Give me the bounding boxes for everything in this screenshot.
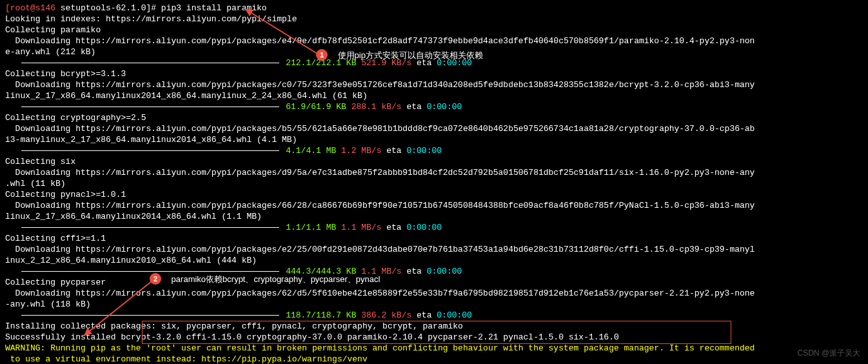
output-line: Downloading https://mirrors.aliyun.com/p… <box>5 200 863 211</box>
progress-line: 61.9/61.9 KB 288.1 kB/s eta 0:00:00 <box>5 101 863 112</box>
prompt-line: [root@s146 setuptools-62.1.0]# pip3 inst… <box>5 3 863 14</box>
output-line: inux_2_12_x86_64.manylinux2010_x86_64.wh… <box>5 255 863 266</box>
output-line: linux_2_17_x86_64.manylinux2014_x86_64.w… <box>5 211 863 222</box>
annotation-2-text: paramiko依赖bcrypt、cryptography、pycparser、… <box>172 274 380 285</box>
progress-line: 4.1/4.1 MB 1.2 MB/s eta 0:00:00 <box>5 145 863 156</box>
output-line: i3-manylinux_2_17_x86_64.manylinux2014_x… <box>5 134 863 145</box>
command: pip3 install paramiko <box>156 3 267 13</box>
output-line: linux_2_17_x86_64.manylinux2014_x86_64.m… <box>5 90 863 101</box>
prompt-user: [root@s146 <box>5 3 55 13</box>
output-line: Downloading https://mirrors.aliyun.com/p… <box>5 35 863 46</box>
watermark: CSDN @派子吴大 <box>797 348 860 359</box>
output-line: Downloading https://mirrors.aliyun.com/p… <box>5 288 863 299</box>
output-line: Collecting paramiko <box>5 25 863 35</box>
output-line: Collecting six <box>5 156 863 167</box>
output-line: Collecting bcrypt>=3.1.3 <box>5 68 863 79</box>
output-line: Collecting pynacl>=1.0.1 <box>5 189 863 200</box>
output-line: Looking in indexes: https://mirrors.aliy… <box>5 14 863 25</box>
annotation-2: 2 paramiko依赖bcrypt、cryptography、pycparse… <box>150 273 380 285</box>
output-line: Downloading https://mirrors.aliyun.com/p… <box>5 244 863 255</box>
output-line: Downloading https://mirrors.aliyun.com/p… <box>5 123 863 134</box>
annotation-1-text: 使用pip方式安装可以自动安装相关依赖 <box>338 50 483 61</box>
success-line: Successfully installed bcrypt-3.2.0 cffi… <box>5 332 863 343</box>
annotation-1: 1 使用pip方式安装可以自动安装相关依赖 <box>316 49 483 61</box>
output-line: Installing collected packages: six, pycp… <box>5 321 863 332</box>
badge-1-icon: 1 <box>316 49 328 61</box>
warning-line: WARNING: Running pip as the 'root' user … <box>5 343 863 354</box>
output-line: -any.whl (118 kB) <box>5 299 863 310</box>
badge-2-icon: 2 <box>150 273 161 285</box>
prompt-path: setuptools-62.1.0]# <box>55 3 156 13</box>
progress-line: 1.1/1.1 MB 1.1 MB/s eta 0:00:00 <box>5 222 863 233</box>
output-line: .whl (11 kB) <box>5 178 863 189</box>
output-line: Collecting cryptography>=2.5 <box>5 112 863 123</box>
output-line: Downloading https://mirrors.aliyun.com/p… <box>5 167 863 178</box>
warning-line: to use a virtual environment instead: ht… <box>5 354 863 364</box>
output-line: Downloading https://mirrors.aliyun.com/p… <box>5 79 863 90</box>
progress-line: 118.7/118.7 KB 386.2 kB/s eta 0:00:00 <box>5 310 863 321</box>
progress-line: 444.3/444.3 KB 1.1 MB/s eta 0:00:00 <box>5 266 863 277</box>
output-line: Collecting pycparser <box>5 277 863 288</box>
output-line: Collecting cffi>=1.1 <box>5 233 863 244</box>
